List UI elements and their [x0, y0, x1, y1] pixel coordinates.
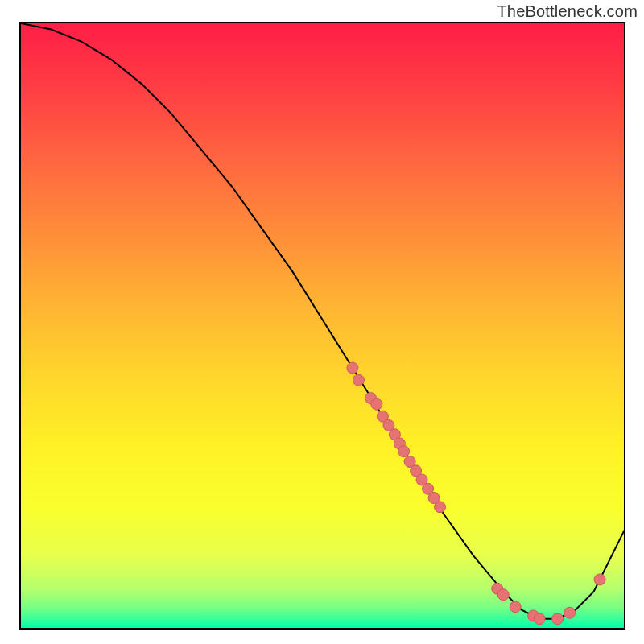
bottleneck-curve-line: [21, 23, 624, 619]
curve-marker: [347, 362, 358, 374]
chart-container: TheBottleneck.com: [0, 0, 644, 644]
curve-marker: [594, 574, 605, 585]
curve-marker: [353, 374, 364, 386]
curve-marker: [398, 446, 410, 457]
curve-marker: [510, 601, 521, 613]
curve-marker: [552, 613, 564, 625]
curve-markers-group: [347, 362, 605, 625]
curve-marker: [435, 502, 446, 513]
curve-marker: [371, 398, 382, 410]
watermark-label: TheBottleneck.com: [497, 2, 638, 21]
plot-overlay: [21, 23, 624, 628]
curve-marker: [564, 607, 576, 618]
plot-frame: [19, 22, 625, 630]
curve-marker: [497, 589, 509, 601]
curve-marker: [534, 613, 545, 625]
